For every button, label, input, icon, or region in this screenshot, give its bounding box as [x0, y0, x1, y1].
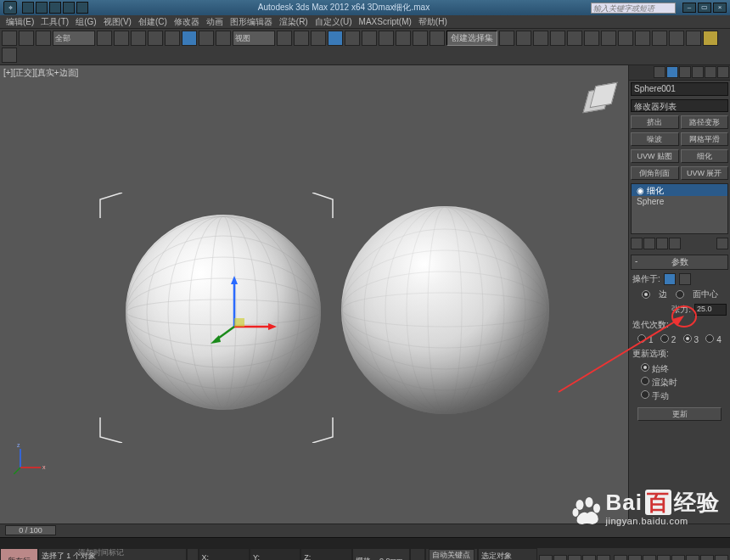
add-time-tag[interactable]: 添加时间标记	[78, 547, 124, 558]
tool-icon[interactable]	[686, 31, 701, 46]
tool-icon[interactable]	[652, 31, 667, 46]
maximize-button[interactable]: ▭	[698, 3, 711, 13]
next-frame-icon[interactable]	[582, 555, 596, 561]
orbit-icon[interactable]	[657, 555, 671, 561]
move-tool-icon[interactable]	[182, 31, 197, 46]
edge-radio[interactable]	[642, 290, 650, 299]
tool-icon[interactable]	[533, 31, 548, 46]
modifier-button[interactable]: 细化	[681, 149, 729, 163]
play-icon[interactable]	[568, 555, 581, 561]
nav-icon[interactable]	[715, 555, 728, 561]
menu-item[interactable]: 自定义(U)	[312, 16, 355, 28]
tool-icon[interactable]	[567, 31, 582, 46]
facecenter-radio[interactable]	[676, 290, 684, 299]
pan-icon[interactable]	[643, 555, 656, 561]
iter-1-radio[interactable]	[637, 334, 646, 343]
menu-item[interactable]: 编辑(E)	[3, 16, 36, 28]
stack-tool-icon[interactable]	[716, 238, 728, 249]
render-icon[interactable]	[703, 31, 718, 46]
modifier-button[interactable]: UVW 贴图	[631, 149, 679, 163]
qat-icon[interactable]	[63, 2, 75, 14]
tool-icon[interactable]	[499, 31, 514, 46]
modify-tab-icon[interactable]	[666, 66, 678, 78]
sphere-object-left[interactable]	[126, 215, 321, 410]
minimize-button[interactable]: –	[682, 3, 696, 13]
modifier-button[interactable]: 噪波	[631, 132, 679, 146]
stack-tool-icon[interactable]	[643, 238, 655, 249]
tool-icon[interactable]	[165, 31, 180, 46]
prev-frame-icon[interactable]	[553, 555, 567, 561]
menu-item[interactable]: 组(G)	[73, 16, 98, 28]
iter-4-radio[interactable]	[705, 334, 714, 343]
hierarchy-tab-icon[interactable]	[679, 66, 691, 78]
tool-icon[interactable]	[396, 31, 411, 46]
tension-spinner[interactable]: 25.0	[694, 304, 727, 316]
tool-icon[interactable]	[635, 31, 650, 46]
stack-tool-icon[interactable]	[631, 238, 643, 249]
iter-3-radio[interactable]	[683, 334, 692, 343]
nav-icon[interactable]	[686, 555, 699, 561]
rollout-header[interactable]: 参数	[631, 255, 728, 270]
update-button[interactable]: 更新	[637, 407, 722, 421]
tool-icon[interactable]	[362, 31, 377, 46]
tool-icon[interactable]	[131, 31, 146, 46]
tool-icon[interactable]	[19, 31, 34, 46]
tool-icon[interactable]	[311, 31, 326, 46]
menu-item[interactable]: MAXScript(M)	[357, 17, 414, 26]
zoom-icon[interactable]	[614, 555, 627, 561]
tool-icon[interactable]	[618, 31, 633, 46]
tool-icon[interactable]	[148, 31, 163, 46]
menu-item[interactable]: 渲染(R)	[277, 16, 311, 28]
menu-item[interactable]: 修改器	[171, 16, 202, 28]
script-tab[interactable]: 所在行	[0, 548, 38, 560]
timeline-ruler[interactable]	[0, 537, 730, 547]
tool-icon[interactable]	[601, 31, 616, 46]
modifier-button[interactable]: UVW 展开	[681, 166, 729, 180]
tool-icon[interactable]	[2, 48, 17, 63]
app-logo-icon[interactable]: ⌖	[3, 1, 17, 14]
tool-icon[interactable]	[36, 31, 51, 46]
qat-icon[interactable]	[22, 2, 34, 14]
status-icon[interactable]	[410, 548, 425, 560]
menu-item[interactable]: 视图(V)	[101, 16, 134, 28]
update-always-radio[interactable]	[641, 363, 649, 372]
qat-icon[interactable]	[76, 2, 88, 14]
viewport-label[interactable]: [+][正交][真实+边面]	[3, 67, 78, 79]
tool-icon[interactable]	[345, 31, 360, 46]
help-search-input[interactable]: 输入关键字或短语	[591, 3, 676, 14]
tool-icon[interactable]	[2, 31, 17, 46]
modifier-button[interactable]: 挤出	[631, 115, 679, 129]
stack-item[interactable]: Sphere	[632, 196, 727, 208]
tool-icon[interactable]	[669, 31, 684, 46]
utilities-tab-icon[interactable]	[717, 66, 729, 78]
motion-tab-icon[interactable]	[692, 66, 704, 78]
goto-start-icon[interactable]	[539, 555, 553, 561]
tool-icon[interactable]	[584, 31, 599, 46]
stack-item[interactable]: ◉ 细化	[632, 184, 727, 196]
named-selection-dropdown[interactable]: 创建选择集	[446, 31, 497, 46]
tool-icon[interactable]	[114, 31, 129, 46]
tool-icon[interactable]	[430, 31, 445, 46]
selected-filter[interactable]: 选定对象	[481, 551, 534, 561]
modifier-stack[interactable]: ◉ 细化 Sphere	[631, 183, 728, 234]
zoom-all-icon[interactable]	[628, 555, 642, 561]
max-toggle-icon[interactable]	[671, 555, 685, 561]
close-button[interactable]: ×	[713, 3, 727, 13]
snap-icon[interactable]	[328, 31, 343, 46]
tool-icon[interactable]	[516, 31, 531, 46]
menu-item[interactable]: 动画	[204, 16, 226, 28]
time-slider[interactable]: 0 / 100	[0, 524, 730, 537]
menu-item[interactable]: 创建(C)	[136, 16, 170, 28]
menu-item[interactable]: 帮助(H)	[416, 16, 450, 28]
modifier-button[interactable]: 倒角剖面	[631, 166, 679, 180]
display-tab-icon[interactable]	[705, 66, 716, 78]
poly-mode-icon[interactable]	[679, 273, 691, 285]
tool-icon[interactable]	[97, 31, 112, 46]
scale-tool-icon[interactable]	[216, 31, 231, 46]
time-slider-handle[interactable]: 0 / 100	[5, 525, 56, 535]
stack-tool-icon[interactable]	[669, 238, 681, 249]
face-mode-icon[interactable]	[664, 273, 676, 285]
modifier-button[interactable]: 路径变形	[681, 115, 729, 129]
viewport[interactable]: [+][正交][真实+边面]	[0, 65, 628, 524]
modifier-button[interactable]: 网格平滑	[681, 132, 729, 146]
